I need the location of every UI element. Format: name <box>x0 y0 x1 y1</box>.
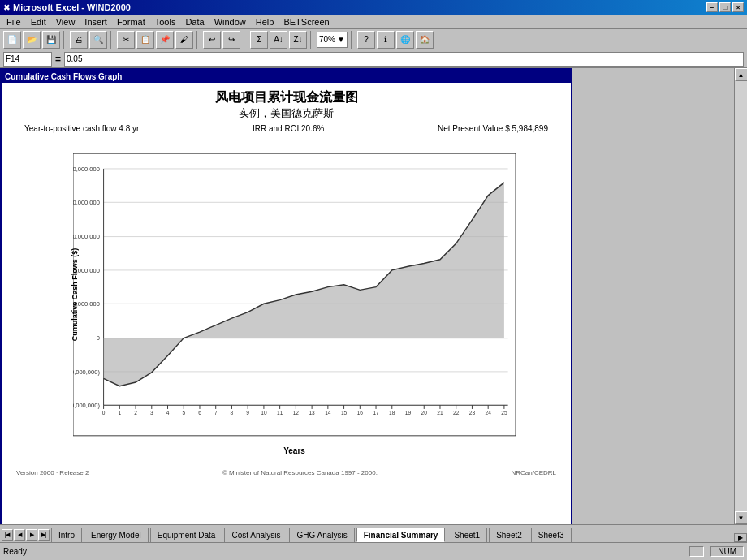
chart-subtitle: 实例，美国德克萨斯 <box>8 106 564 121</box>
menu-tools[interactable]: Tools <box>150 16 181 28</box>
svg-text:14: 14 <box>325 410 331 416</box>
menu-data[interactable]: Data <box>180 16 209 28</box>
open-button[interactable]: 📂 <box>23 31 41 49</box>
vertical-scrollbar[interactable]: ▲ ▼ <box>734 68 747 524</box>
tab-intro[interactable]: Intro <box>51 528 82 542</box>
cell-reference-box[interactable]: F14 <box>3 52 52 67</box>
maximize-button[interactable]: □ <box>719 2 731 12</box>
svg-text:50,000,000: 50,000,000 <box>73 166 100 173</box>
footer-center: © Minister of Natural Resources Canada 1… <box>222 469 378 476</box>
menu-insert[interactable]: Insert <box>80 16 112 28</box>
autosum-button[interactable]: Σ <box>250 31 268 49</box>
zoom-dropdown[interactable]: 70% ▼ <box>317 32 348 48</box>
menu-view[interactable]: View <box>51 16 80 28</box>
footer-right: NRCan/CEDRL <box>511 469 556 476</box>
tab-last-button[interactable]: ▶| <box>38 529 50 541</box>
scroll-up-button[interactable]: ▲ <box>735 68 748 81</box>
menu-file[interactable]: File <box>2 16 26 28</box>
app-title: Microsoft Excel - WIND2000 <box>13 2 131 12</box>
svg-text:0: 0 <box>97 334 100 342</box>
menu-help[interactable]: Help <box>251 16 279 28</box>
info-button[interactable]: ℹ <box>377 31 395 49</box>
scroll-track[interactable] <box>735 81 748 511</box>
sort-desc-button[interactable]: Z↓ <box>289 31 307 49</box>
svg-text:7: 7 <box>214 410 218 416</box>
formula-equals: = <box>55 54 61 65</box>
web-button[interactable]: 🌐 <box>396 31 414 49</box>
home-button[interactable]: 🏠 <box>416 31 434 49</box>
stat-irr-roi: IRR and ROI 20.6% <box>253 124 324 133</box>
separator-2 <box>110 31 114 49</box>
chart-footer: Version 2000 · Release 2 © Minister of N… <box>8 469 564 476</box>
save-button[interactable]: 💾 <box>42 31 60 49</box>
svg-text:0: 0 <box>102 410 106 416</box>
svg-text:8: 8 <box>231 410 234 416</box>
stat-year-to-positive: Year-to-positive cash flow 4.8 yr <box>24 124 139 133</box>
tab-ghg-analysis[interactable]: GHG Analysis <box>289 528 354 542</box>
menu-bar: File Edit View Insert Format Tools Data … <box>0 15 747 29</box>
sheet-tabs-area: |◀ ◀ ▶ ▶| Intro Energy Model Equipment D… <box>0 524 747 542</box>
cut-button[interactable]: ✂ <box>117 31 135 49</box>
tab-nav-buttons: |◀ ◀ ▶ ▶| <box>0 528 51 542</box>
menu-edit[interactable]: Edit <box>26 16 51 28</box>
zoom-arrow: ▼ <box>337 35 345 44</box>
svg-text:18: 18 <box>389 410 395 416</box>
zoom-value: 70% <box>319 35 335 44</box>
chart-window: Cumulative Cash Flows Graph 风电项目累计现金流量图 … <box>0 68 572 524</box>
tab-cost-analysis[interactable]: Cost Analysis <box>224 528 287 542</box>
tab-sheet3[interactable]: Sheet3 <box>531 528 572 542</box>
svg-text:1: 1 <box>118 410 121 416</box>
print-button[interactable]: 🖨 <box>70 31 88 49</box>
svg-text:15: 15 <box>341 410 348 416</box>
new-button[interactable]: 📄 <box>3 31 21 49</box>
undo-button[interactable]: ↩ <box>203 31 221 49</box>
format-painter[interactable]: 🖌 <box>175 31 193 49</box>
svg-text:3: 3 <box>150 410 153 416</box>
svg-text:13: 13 <box>309 410 315 416</box>
svg-text:20: 20 <box>421 410 428 416</box>
svg-text:11: 11 <box>277 410 283 416</box>
svg-text:21: 21 <box>437 410 443 416</box>
separator-5 <box>310 31 313 49</box>
x-axis-label: Years <box>73 446 516 455</box>
svg-text:23: 23 <box>469 410 476 416</box>
close-button[interactable]: × <box>732 2 744 12</box>
svg-text:10: 10 <box>261 410 267 416</box>
status-bar: Ready NUM <box>0 542 747 560</box>
chart-title-bar: Cumulative Cash Flows Graph <box>2 70 571 83</box>
status-right: NUM <box>689 546 744 557</box>
main-area: Cumulative Cash Flows Graph 风电项目累计现金流量图 … <box>0 68 747 524</box>
svg-text:2: 2 <box>134 410 137 416</box>
tab-equipment-data[interactable]: Equipment Data <box>150 528 223 542</box>
sort-asc-button[interactable]: A↓ <box>270 31 287 49</box>
print-preview-button[interactable]: 🔍 <box>89 31 107 49</box>
redo-button[interactable]: ↪ <box>222 31 240 49</box>
tab-first-button[interactable]: |◀ <box>2 529 13 541</box>
status-text: Ready <box>3 547 27 556</box>
title-bar: ✖ Microsoft Excel - WIND2000 − □ × <box>0 0 747 15</box>
separator-1 <box>63 31 67 49</box>
svg-text:25: 25 <box>501 410 507 416</box>
menu-format[interactable]: Format <box>112 16 150 28</box>
help-button[interactable]: ? <box>357 31 375 49</box>
paste-button[interactable]: 📌 <box>156 31 174 49</box>
tab-next-button[interactable]: ▶ <box>26 529 37 541</box>
tab-prev-button[interactable]: ◀ <box>14 529 25 541</box>
menu-window[interactable]: Window <box>209 16 251 28</box>
separator-3 <box>196 31 200 49</box>
scroll-down-button[interactable]: ▼ <box>735 511 748 524</box>
svg-text:17: 17 <box>373 410 379 416</box>
status-indicator-num: NUM <box>710 546 744 557</box>
svg-text:40,000,000: 40,000,000 <box>73 199 100 206</box>
minimize-button[interactable]: − <box>706 2 718 12</box>
tab-financial-summary[interactable]: Financial Summary <box>356 528 446 542</box>
copy-button[interactable]: 📋 <box>136 31 154 49</box>
tab-energy-model[interactable]: Energy Model <box>84 528 149 542</box>
tab-sheet1[interactable]: Sheet1 <box>447 528 487 542</box>
formula-input[interactable]: 0.05 <box>64 52 744 67</box>
svg-text:(10,000,000): (10,000,000) <box>73 368 100 376</box>
menu-betscreen[interactable]: BETScreen <box>279 16 334 28</box>
tab-sheet2[interactable]: Sheet2 <box>489 528 529 542</box>
chart-main-title: 风电项目累计现金流量图 <box>8 89 564 106</box>
tab-scroll-right[interactable]: ▶ <box>734 533 747 542</box>
